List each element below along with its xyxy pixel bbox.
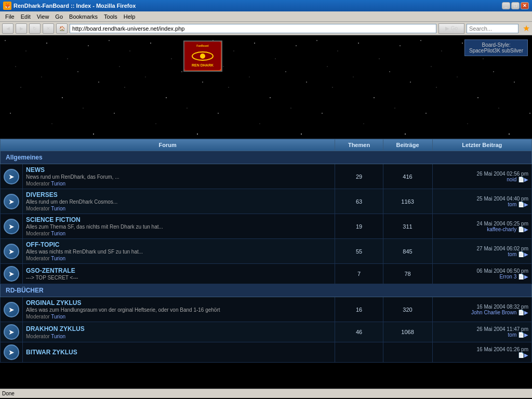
forum-info-cell: SCIENCE FICTION Alles zum Thema SF, das …	[23, 214, 335, 239]
moderator-label: Moderator Turion	[26, 181, 65, 187]
forum-icon: ➤	[4, 266, 19, 282]
last-post-user-link[interactable]: tom	[508, 251, 517, 257]
board-style-label: Board-Style:	[482, 42, 511, 48]
last-post-user-link[interactable]: tom	[508, 332, 517, 338]
menu-bookmarks[interactable]: Bookmarks	[66, 12, 101, 21]
forum-name[interactable]: DIVERSES	[26, 191, 331, 198]
last-post-user-link[interactable]: John Charlie Brown	[471, 310, 516, 315]
post-link-icon: 📄▶	[518, 274, 528, 280]
moderator-link[interactable]: Turion	[51, 206, 65, 211]
go-button[interactable]: ▶ Go	[438, 23, 464, 34]
reload-button[interactable]: ↻	[29, 23, 41, 34]
logout-icon	[323, 93, 328, 98]
nav-benutzergruppen[interactable]: Benutzergruppen	[323, 84, 374, 90]
back-button[interactable]: ◀	[2, 23, 14, 34]
moderator-link[interactable]: Turion	[51, 256, 65, 261]
menu-view[interactable]: View	[34, 12, 52, 21]
forum-info-cell: OFF-TOPIC Alles was nichts mit RenDhark …	[23, 239, 335, 264]
forum-icon: ➤	[4, 219, 19, 234]
stop-button[interactable]: ✕	[43, 23, 54, 34]
moderator-link[interactable]: Turion	[51, 334, 65, 339]
post-link-icon: 📄▶	[518, 251, 528, 257]
last-visit-label: Dein letzter Besuch war am:	[6, 111, 71, 117]
window-title: RenDhark-FanBoard :: Index - Mozilla Fir…	[14, 3, 502, 9]
forum-icon: ➤	[4, 169, 19, 184]
close-button[interactable]: ✕	[521, 2, 529, 9]
forum-desc: Alles zum Thema SF, das nichts mit Ren D…	[26, 224, 331, 230]
forum-beitraege-count: 1163	[383, 189, 432, 214]
board-titles: RenDhark-FanBoard	[228, 48, 349, 64]
menu-file[interactable]: File	[2, 12, 18, 21]
nav-logout[interactable]: Logout [ noid · ]	[323, 92, 369, 99]
forum-last-post: 26 Mai 2004 02:56 pm noid 📄▶	[432, 164, 531, 189]
moderator-link[interactable]: Turion	[51, 181, 65, 187]
nav-chat[interactable]: Chat	[158, 84, 177, 90]
table-row: ➤ OFF-TOPIC Alles was nichts mit RenDhar…	[1, 239, 532, 264]
maximize-button[interactable]: □	[511, 2, 520, 9]
forum-icon-cell: ➤	[1, 214, 23, 239]
moderator-label: Moderator Turion	[26, 231, 65, 236]
table-row: ➤ BITWAR ZYKLUS 16 Mai 2004 01:26 pm 📄▶	[1, 342, 532, 363]
table-row: ➤ SCIENCE FICTION Alles zum Thema SF, da…	[1, 214, 532, 239]
home-button[interactable]: 🏠	[56, 23, 68, 34]
forward-button[interactable]: ▶	[16, 23, 27, 34]
forum-icon: ➤	[4, 324, 19, 340]
forum-name[interactable]: OFF-TOPIC	[26, 241, 331, 248]
forum-last-post: 16 Mai 2004 08:32 pm John Charlie Brown …	[432, 297, 531, 322]
last-post-user-link[interactable]: tom	[508, 202, 517, 207]
menu-help[interactable]: Help	[121, 12, 139, 21]
moderator-label: Moderator Turion	[26, 314, 65, 320]
address-input[interactable]	[70, 24, 436, 33]
section-title: Allgemeines	[1, 151, 532, 164]
stats-own-link[interactable]: Eigene Beiträge anzeigen	[427, 123, 526, 128]
stats-unanswered-link[interactable]: Unbeantwortete Beiträge anzeigen	[427, 128, 526, 134]
stats-since-link[interactable]: Beiträge seit dem letzten Besuch anzeige…	[427, 117, 526, 123]
window-controls[interactable]: _ □ ✕	[502, 2, 529, 9]
nav-mitglieder[interactable]: Mitgliederliste	[240, 84, 282, 90]
faq-icon	[183, 85, 189, 90]
board-subtitle[interactable]: Das RenDhark-Fanboard von www.rendhark-u…	[0, 74, 532, 80]
forum-icon-cell: ➤	[1, 297, 23, 322]
post-link-icon: 📄▶	[518, 177, 528, 182]
stats-title-link[interactable]: STATISTIKEN	[427, 111, 526, 117]
post-link-icon: 📄▶	[518, 227, 528, 232]
forum-name[interactable]: NEWS	[26, 166, 331, 174]
menubar: File Edit View Go Bookmarks Tools Help	[0, 11, 532, 22]
last-post-user-link[interactable]: noid	[507, 177, 516, 182]
menu-edit[interactable]: Edit	[18, 12, 34, 21]
nav-nickpage[interactable]: Nickpage	[189, 92, 219, 99]
last-post-user-link[interactable]: Erron 3	[499, 274, 516, 280]
browser-search-input[interactable]	[467, 24, 518, 33]
messages-icon	[225, 93, 231, 98]
nav-npliste[interactable]: NP-Liste	[288, 84, 317, 90]
forum-name[interactable]: ORGINAL ZYKLUS	[26, 299, 331, 307]
moderator-link[interactable]: Turion	[51, 231, 65, 236]
section-header-row: RD-BÜCHER	[1, 284, 532, 297]
forum-desc: ---> TOP SECRET <---	[26, 275, 331, 281]
forum-info-cell: GSO-ZENTRALE ---> TOP SECRET <---	[23, 264, 335, 284]
post-link-icon: 📄▶	[518, 310, 528, 315]
last-post-user-link[interactable]: kaffee-charly	[487, 227, 516, 232]
nav-faq[interactable]: FAQ	[183, 84, 202, 90]
nav-profil[interactable]: Profil	[163, 92, 182, 99]
addressbar: ◀ ▶ ↻ ✕ 🏠 ▶ Go ★	[0, 22, 532, 35]
forum-themen-count: 63	[335, 189, 383, 214]
menu-tools[interactable]: Tools	[101, 12, 121, 21]
menu-go[interactable]: Go	[52, 12, 66, 21]
nickpage-icon	[189, 93, 194, 98]
forum-last-post: 16 Mai 2004 01:26 pm 📄▶	[432, 342, 531, 363]
forum-name[interactable]: BITWAR ZYKLUS	[26, 349, 331, 356]
post-link-icon: 📄▶	[518, 202, 528, 207]
nav-nachrichten[interactable]: Du hast keine neuen Nachrichten	[225, 92, 317, 99]
forum-info-cell: ORGINAL ZYKLUS Alles was zum Handlungsra…	[23, 297, 335, 322]
board-title: RenDhark-FanBoard	[228, 48, 349, 63]
minimize-button[interactable]: _	[502, 2, 510, 9]
forum-name[interactable]: SCIENCE FICTION	[26, 216, 331, 223]
forum-themen-count: 7	[335, 264, 383, 284]
moderator-link[interactable]: Turion	[51, 314, 65, 320]
forum-themen-count: 46	[335, 322, 383, 342]
forum-name[interactable]: DRAKHON ZYKLUS	[26, 325, 331, 332]
nav-suchen[interactable]: Suchen	[208, 84, 234, 90]
forum-name[interactable]: GSO-ZENTRALE	[26, 267, 331, 274]
logo-image: REN DHARK FanBoard	[183, 41, 222, 72]
